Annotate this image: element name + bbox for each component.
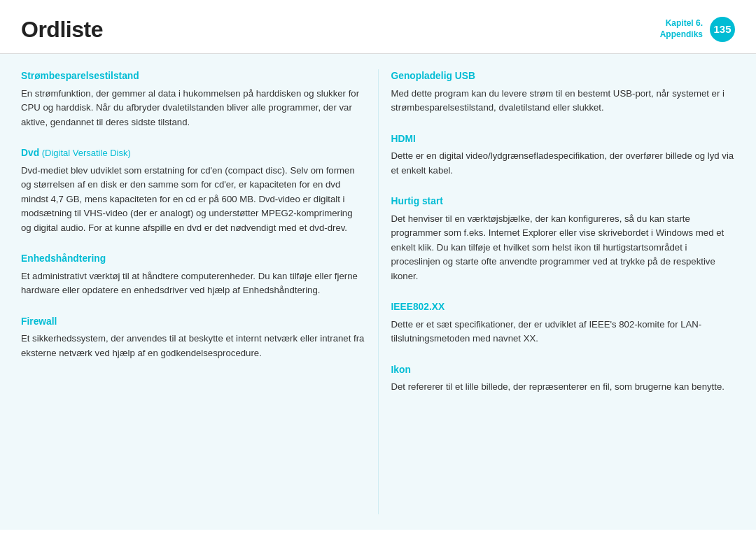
entry-title-ikon: Ikon (391, 363, 736, 378)
chapter-line2: Appendiks (660, 29, 703, 41)
header-right: Kapitel 6. Appendiks 135 (660, 17, 735, 42)
entry-body-ikon: Det refererer til et lille billede, der … (391, 380, 736, 394)
entry-title-suffix-dvd: (Digital Versatile Disk) (39, 148, 131, 158)
entry-enhedshaandtering: EnhedshåndteringEt administrativt værktø… (21, 252, 365, 298)
left-column: StrømbesparelsestilstandEn strømfunktion… (21, 69, 378, 514)
entry-body-stroembesparelsestilstand: En strømfunktion, der gemmer al data i h… (21, 87, 365, 129)
entry-title-stroembesparelsestilstand: Strømbesparelsestilstand (21, 69, 365, 84)
right-column: Genopladelig USBMed dette program kan du… (378, 69, 736, 514)
page-title: Ordliste (21, 13, 103, 46)
entry-body-ieee802xx: Dette er et sæt specifikationer, der er … (391, 318, 736, 346)
entry-stroembesparelsestilstand: StrømbesparelsestilstandEn strømfunktion… (21, 69, 365, 129)
page-number-badge: 135 (710, 17, 735, 42)
entry-body-hdmi: Dette er en digital video/lydgrænseflade… (391, 149, 736, 178)
entry-title-enhedshaandtering: Enhedshåndtering (21, 252, 365, 267)
chapter-label: Kapitel 6. Appendiks (660, 18, 703, 40)
chapter-line1: Kapitel 6. (660, 18, 703, 29)
entry-dvd: Dvd (Digital Versatile Disk)Dvd-mediet b… (21, 146, 365, 235)
entry-title-hurtig-start: Hurtig start (391, 195, 736, 209)
entry-body-dvd: Dvd-mediet blev udviklet som erstatning … (21, 164, 365, 235)
page-header: Ordliste Kapitel 6. Appendiks 135 (0, 0, 756, 54)
entry-firewall: FirewallEt sikkerhedssystem, der anvende… (21, 315, 365, 361)
main-content: StrømbesparelsestilstandEn strømfunktion… (0, 54, 756, 530)
entry-body-firewall: Et sikkerhedssystem, der anvendes til at… (21, 332, 365, 360)
entry-title-genopladelig-usb: Genopladelig USB (391, 69, 736, 84)
entry-genopladelig-usb: Genopladelig USBMed dette program kan du… (391, 69, 736, 115)
entry-body-hurtig-start: Det henviser til en værktøjsbjælke, der … (391, 212, 736, 283)
entry-title-firewall: Firewall (21, 315, 365, 330)
entry-hdmi: HDMIDette er en digital video/lydgrænsef… (391, 132, 736, 178)
entry-title-ieee802xx: IEEE802.XX (391, 300, 736, 315)
entry-hurtig-start: Hurtig startDet henviser til en værktøjs… (391, 195, 736, 283)
entry-body-genopladelig-usb: Med dette program kan du levere strøm ti… (391, 87, 736, 115)
entry-title-hdmi: HDMI (391, 132, 736, 147)
entry-ikon: IkonDet refererer til et lille billede, … (391, 363, 736, 395)
entry-title-dvd: Dvd (Digital Versatile Disk) (21, 146, 365, 161)
entry-body-enhedshaandtering: Et administrativt værktøj til at håndter… (21, 269, 365, 298)
entry-ieee802xx: IEEE802.XXDette er et sæt specifikatione… (391, 300, 736, 346)
